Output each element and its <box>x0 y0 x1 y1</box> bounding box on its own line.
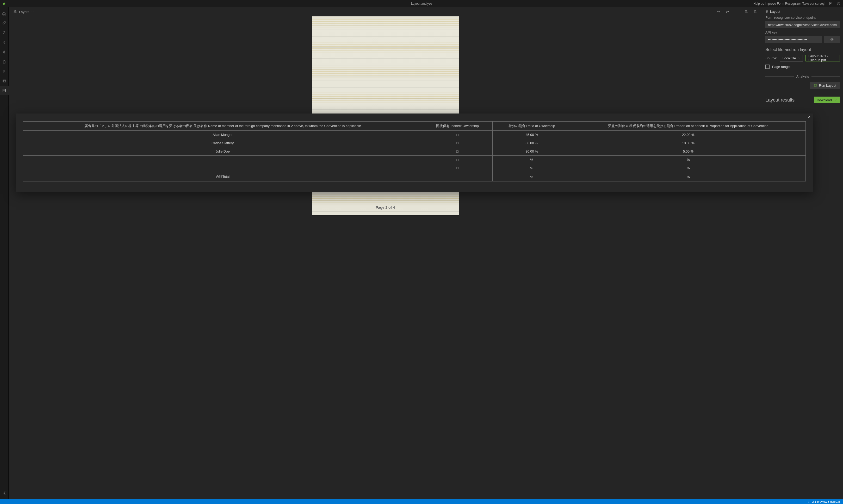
svg-point-7 <box>4 492 5 493</box>
th-ratio: 持分の割合 Ratio of Ownership <box>493 122 571 131</box>
nav-form[interactable] <box>0 76 8 85</box>
nav-compose[interactable] <box>0 38 8 47</box>
nav-analyze[interactable] <box>0 48 8 56</box>
apikey-label: API key <box>766 31 840 34</box>
run-label: Run Layout <box>819 84 837 88</box>
zoom-out-button[interactable] <box>744 10 749 14</box>
svg-point-2 <box>5 22 5 23</box>
close-icon <box>807 115 810 119</box>
table-cell: % <box>571 164 806 172</box>
pagerange-label: Page range: <box>772 65 791 69</box>
nav-model[interactable] <box>0 29 8 37</box>
analysis-label: Analysis <box>796 74 809 78</box>
chevron-down-icon <box>835 99 837 101</box>
nav-settings[interactable] <box>0 489 8 497</box>
run-layout-button[interactable]: Run Layout <box>810 82 840 89</box>
table-cell: % <box>571 156 806 164</box>
table-cell: 22.00 % <box>571 131 806 139</box>
svg-rect-10 <box>766 11 768 13</box>
table-cell: □ <box>422 139 493 147</box>
endpoint-label: Form recognizer service endpoint <box>766 16 840 19</box>
file-select[interactable]: Layout JP 1 - Filled In.pdf <box>806 55 840 61</box>
pagerange-checkbox[interactable] <box>766 65 770 69</box>
download-label: Download <box>817 98 832 102</box>
svg-rect-12 <box>814 84 816 86</box>
source-value: Local file <box>783 56 796 60</box>
table-cell: □ <box>422 131 493 139</box>
svg-rect-0 <box>829 2 832 5</box>
close-button[interactable] <box>807 115 810 119</box>
file-value: Layout JP 1 - Filled In.pdf <box>808 54 837 62</box>
table-cell: Julie Doe <box>23 147 422 156</box>
svg-point-11 <box>831 39 832 40</box>
table-cell: % <box>493 156 571 164</box>
nav-file[interactable] <box>0 57 8 66</box>
zoom-in-button[interactable] <box>753 10 757 14</box>
svg-point-4 <box>3 51 5 53</box>
select-file-title: Select file and run layout <box>766 48 840 52</box>
app-title: Layout analyze <box>411 2 432 5</box>
layers-label: Layers <box>19 10 29 14</box>
layout-header: Layout <box>770 10 780 14</box>
nav-connect[interactable] <box>0 67 8 75</box>
table-cell: 5.00 % <box>571 147 806 156</box>
nav-tag[interactable] <box>0 19 8 27</box>
table-header-row: 届出書の「２」の外国法人の株主等で租税条約の適用を受ける者の氏名 又は名称 Na… <box>23 122 806 131</box>
th-name: 届出書の「２」の外国法人の株主等で租税条約の適用を受ける者の氏名 又は名称 Na… <box>23 122 422 131</box>
document-canvas[interactable]: Page 2 of 4 <box>8 16 762 499</box>
layout-icon <box>766 10 769 13</box>
titlebar: Layout analyze Help us improve Form Reco… <box>0 0 843 7</box>
table-cell: % <box>493 172 571 181</box>
table-cell: Allan Munger <box>23 131 422 139</box>
table-row: □%% <box>23 164 806 172</box>
table-cell <box>23 156 422 164</box>
result-table: 届出書の「２」の外国法人の株主等で租税条約の適用を受ける者の氏名 又は名称 Na… <box>23 121 806 181</box>
table-cell: 45.00 % <box>493 131 571 139</box>
svg-rect-6 <box>3 89 6 92</box>
status-bar: 2.1-preview.3-dcfb033 <box>0 499 843 504</box>
chevron-down-icon <box>31 11 34 13</box>
endpoint-input[interactable] <box>766 21 840 29</box>
table-cell: □ <box>422 147 493 156</box>
table-cell <box>422 172 493 181</box>
layers-dropdown[interactable]: Layers <box>13 10 34 14</box>
app-logo-icon <box>2 2 6 6</box>
table-row: Carlos Slattery□56.00 %10.00 % <box>23 139 806 147</box>
feedback-icon[interactable] <box>828 1 833 6</box>
th-benefit: 受益の割合＝ 租税条約の適用を受ける割合 Proportion of benef… <box>571 122 806 131</box>
svg-rect-5 <box>3 80 6 82</box>
nav-home[interactable] <box>0 9 8 18</box>
th-indirect: 間接保有 Indirect Ownership <box>422 122 493 131</box>
help-icon[interactable] <box>836 1 841 6</box>
download-button[interactable]: Download <box>814 96 840 103</box>
source-select[interactable]: Local file <box>780 55 803 61</box>
run-icon <box>814 84 817 87</box>
table-cell: 10.00 % <box>571 139 806 147</box>
survey-link[interactable]: Help us improve Form Recognizer. Take ou… <box>753 2 825 5</box>
table-row: □%% <box>23 156 806 164</box>
table-cell: 合計Total <box>23 172 422 181</box>
table-cell: □ <box>422 164 493 172</box>
branch-icon <box>808 500 811 503</box>
right-panel: Layout Form recognizer service endpoint … <box>762 7 843 499</box>
chevron-down-icon <box>798 57 801 59</box>
table-row: Julie Doe□80.00 %5.00 % <box>23 147 806 156</box>
table-cell: 80.00 % <box>493 147 571 156</box>
undo-button[interactable] <box>717 10 721 14</box>
redo-button[interactable] <box>725 10 730 14</box>
table-row: Allan Munger□45.00 %22.00 % <box>23 131 806 139</box>
table-cell <box>23 164 422 172</box>
table-cell: 56.00 % <box>493 139 571 147</box>
svg-point-3 <box>4 31 5 32</box>
table-cell: % <box>493 164 571 172</box>
apikey-reveal-button[interactable] <box>824 36 840 43</box>
source-label: Source: <box>766 56 777 60</box>
layout-results-title: Layout results <box>766 97 794 103</box>
canvas-toolbar: Layers <box>8 7 762 16</box>
page-indicator: Page 2 of 4 <box>376 205 395 210</box>
apikey-input[interactable] <box>766 36 822 43</box>
nav-layout[interactable] <box>0 86 8 95</box>
result-table-modal: 届出書の「２」の外国法人の株主等で租税条約の適用を受ける者の氏名 又は名称 Na… <box>16 113 813 192</box>
left-nav <box>0 7 8 499</box>
eye-icon <box>830 37 834 42</box>
